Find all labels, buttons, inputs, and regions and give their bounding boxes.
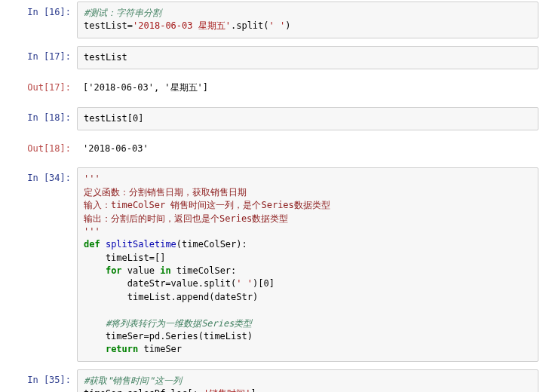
code-input[interactable]: #获取"销售时间"这一列 timeSer=salesDf.loc[:,'销售时间… (77, 369, 538, 392)
notebook: In [16]:#测试：字符串分割 testList='2018-06-03 星… (0, 0, 543, 392)
input-prompt: In [34]: (0, 167, 77, 361)
input-prompt: In [17]: (0, 46, 77, 69)
output-cell: Out[18]:'2018-06-03' (0, 136, 543, 161)
input-prompt: In [16]: (0, 2, 77, 38)
code-cell[interactable]: In [35]:#获取"销售时间"这一列 timeSer=salesDf.loc… (0, 368, 543, 392)
code-input[interactable]: #测试：字符串分割 testList='2018-06-03 星期五'.spli… (77, 2, 538, 38)
output-prompt: Out[17]: (0, 77, 77, 99)
code-cell[interactable]: In [16]:#测试：字符串分割 testList='2018-06-03 星… (0, 0, 543, 40)
input-prompt: In [18]: (0, 107, 77, 130)
output-prompt: Out[18]: (0, 138, 77, 160)
input-prompt: In [35]: (0, 369, 77, 392)
code-cell[interactable]: In [17]:testList (0, 44, 543, 71)
output-text: ['2018-06-03', '星期五'] (77, 77, 538, 99)
code-input[interactable]: testList[0] (77, 107, 538, 130)
output-text: '2018-06-03' (77, 138, 538, 160)
code-cell[interactable]: In [18]:testList[0] (0, 106, 543, 132)
code-input[interactable]: ''' 定义函数：分割销售日期，获取销售日期 输入：timeColSer 销售时… (77, 167, 538, 361)
output-cell: Out[17]:['2018-06-03', '星期五'] (0, 75, 543, 100)
code-input[interactable]: testList (77, 46, 538, 69)
code-cell[interactable]: In [34]:''' 定义函数：分割销售日期，获取销售日期 输入：timeCo… (0, 166, 543, 363)
